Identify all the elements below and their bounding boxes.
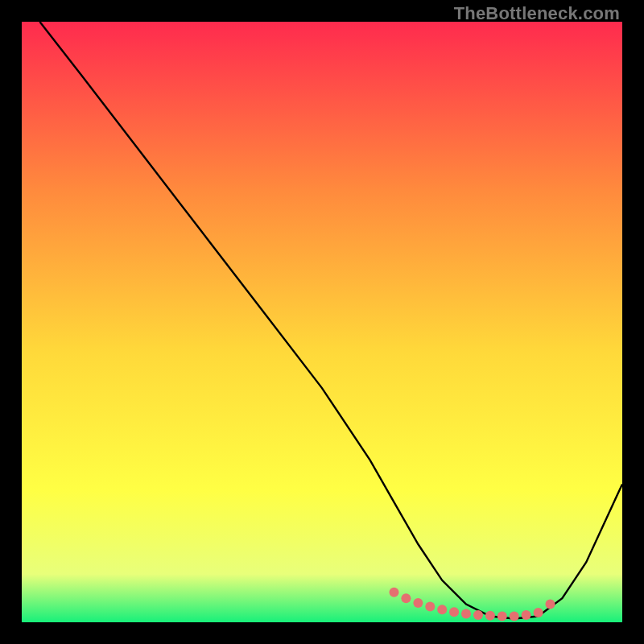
- gradient-background: [22, 22, 622, 622]
- marker-dot: [437, 605, 447, 614]
- chart-svg: [22, 22, 622, 622]
- marker-dot: [522, 610, 531, 620]
- chart-frame: TheBottleneck.com: [0, 0, 644, 644]
- marker-dot: [449, 607, 459, 617]
- marker-dot: [485, 611, 495, 621]
- marker-dot: [473, 610, 483, 620]
- marker-dot: [401, 593, 411, 603]
- marker-dot: [425, 602, 435, 612]
- plot-area: [22, 22, 622, 622]
- marker-dot: [534, 608, 543, 617]
- marker-dot: [461, 609, 471, 619]
- marker-dot: [497, 612, 507, 621]
- marker-dot: [546, 600, 555, 609]
- marker-dot: [510, 612, 519, 621]
- marker-dot: [413, 598, 423, 608]
- marker-dot: [390, 588, 399, 597]
